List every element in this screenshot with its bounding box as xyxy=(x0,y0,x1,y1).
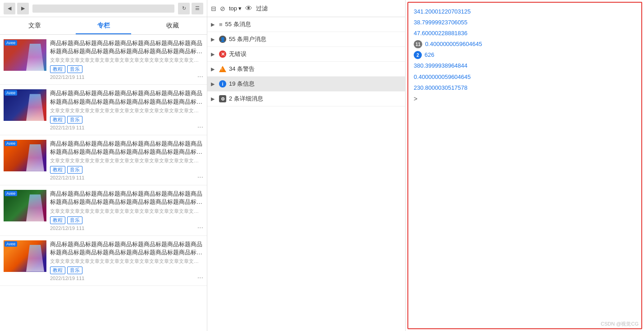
avee-badge: Avee xyxy=(5,241,17,247)
more-icon[interactable]: ··· xyxy=(197,123,203,131)
right-panel: 341.2000122070312538.7999992370605547.60… xyxy=(406,0,644,331)
card-tag[interactable]: 音乐 xyxy=(67,65,82,73)
card-tag[interactable]: 音乐 xyxy=(67,216,82,224)
console-item-label: 55 条消息 xyxy=(225,20,402,28)
content-tabs: 文章 专栏 收藏 xyxy=(0,17,207,35)
error-icon: ✕ xyxy=(219,51,226,58)
card-tags: 教程音乐 xyxy=(50,65,203,73)
console-item[interactable]: ▶ ✕ 无错误 xyxy=(207,47,405,62)
list-item[interactable]: Avee 商品标题商品标题商品标题商品标题商品标题商品标题商品标题商品标题商品标… xyxy=(0,35,207,85)
verbose-icon: ⚙ xyxy=(219,95,226,102)
console-item[interactable]: ▶ ≡ 55 条消息 xyxy=(207,17,405,32)
card-tag[interactable]: 音乐 xyxy=(67,267,82,274)
value-badge: 2 xyxy=(414,51,422,59)
more-icon[interactable]: ··· xyxy=(197,73,203,81)
card-content: 商品标题商品标题商品标题商品标题商品标题商品标题商品标题商品标题商品标题商品标题… xyxy=(50,140,203,180)
collapse-icon[interactable]: ⊟ xyxy=(211,5,216,12)
card-title: 商品标题商品标题商品标题商品标题商品标题商品标题商品标题商品标题商品标题商品标题… xyxy=(50,190,203,206)
console-item[interactable]: ▶ ! 34 条警告 xyxy=(207,62,405,77)
values-panel: 341.2000122070312538.7999992370605547.60… xyxy=(407,2,642,329)
refresh-button[interactable]: ↻ xyxy=(178,3,190,14)
user-icon: 👤 xyxy=(219,36,226,43)
card-title: 商品标题商品标题商品标题商品标题商品标题商品标题商品标题商品标题商品标题商品标题… xyxy=(50,39,203,55)
console-item-label: 34 条警告 xyxy=(229,65,402,73)
console-item-label: 2 条详细消息 xyxy=(229,95,402,103)
more-icon[interactable]: ··· xyxy=(197,224,203,232)
expand-arrow: ▶ xyxy=(211,37,216,42)
card-tag[interactable]: 教程 xyxy=(50,267,65,274)
avee-badge: Avee xyxy=(5,40,17,46)
value-line: 230.8000030517578 xyxy=(414,83,636,93)
left-toolbar: ◀ ▶ ↻ ☰ xyxy=(0,0,207,17)
ban-icon[interactable]: ⊘ xyxy=(220,5,225,12)
menu-button[interactable]: ☰ xyxy=(192,3,203,14)
card-tag[interactable]: 教程 xyxy=(50,216,65,224)
card-thumbnail: Avee xyxy=(4,240,46,272)
card-tags: 教程音乐 xyxy=(50,216,203,224)
avee-badge: Avee xyxy=(5,141,17,146)
card-content: 商品标题商品标题商品标题商品标题商品标题商品标题商品标题商品标题商品标题商品标题… xyxy=(50,39,203,80)
warn-icon: ! xyxy=(219,66,226,72)
info-icon: i xyxy=(219,80,226,87)
card-meta: 2022/12/19 111 xyxy=(50,175,203,180)
console-item[interactable]: ▶ ⚙ 2 条详细消息 xyxy=(207,92,405,106)
value-text: 0.4000000059604645 xyxy=(425,39,482,49)
list-item[interactable]: Avee 商品标题商品标题商品标题商品标题商品标题商品标题商品标题商品标题商品标… xyxy=(0,135,207,185)
expand-more-icon[interactable]: > xyxy=(414,95,636,102)
eye-icon[interactable]: 👁 xyxy=(245,5,252,13)
card-thumbnail: Avee xyxy=(4,89,46,121)
list-item[interactable]: Avee 商品标题商品标题商品标题商品标题商品标题商品标题商品标题商品标题商品标… xyxy=(0,185,207,235)
value-line: 110.4000000059604645 xyxy=(414,39,636,50)
value-line: 380.3999938964844 xyxy=(414,60,636,71)
back-button[interactable]: ◀ xyxy=(4,3,15,14)
card-tag[interactable]: 音乐 xyxy=(67,116,82,124)
tab-column[interactable]: 专栏 xyxy=(69,17,138,34)
card-tag[interactable]: 教程 xyxy=(50,116,65,124)
filter-label: 过滤 xyxy=(256,5,268,13)
card-desc: 文章文章文章文章文章文章文章文章文章文章文章文章文章文章文章文章文章文章… xyxy=(50,157,203,164)
card-meta: 2022/12/19 111 xyxy=(50,74,203,80)
console-toolbar: ⊟ ⊘ top ▾ 👁 过滤 xyxy=(207,0,405,17)
card-tag[interactable]: 音乐 xyxy=(67,166,82,174)
card-list: Avee 商品标题商品标题商品标题商品标题商品标题商品标题商品标题商品标题商品标… xyxy=(0,35,207,331)
tab-favorite[interactable]: 收藏 xyxy=(138,17,207,34)
card-desc: 文章文章文章文章文章文章文章文章文章文章文章文章文章文章文章文章文章文章文章文章… xyxy=(50,57,203,64)
card-tags: 教程音乐 xyxy=(50,267,203,274)
console-item-label: 19 条信息 xyxy=(229,80,402,88)
list-item[interactable]: Avee 商品标题商品标题商品标题商品标题商品标题商品标题商品标题商品标题商品标… xyxy=(0,236,207,286)
card-tags: 教程音乐 xyxy=(50,116,203,124)
card-desc: 文章文章文章文章文章文章文章文章文章文章文章文章文章文章文章文章文章文章… xyxy=(50,258,203,265)
more-icon[interactable]: ··· xyxy=(197,274,203,282)
console-panel: ⊟ ⊘ top ▾ 👁 过滤 ▶ ≡ 55 条消息 ▶ 👤 55 条用户消息 ▶… xyxy=(207,0,406,331)
card-tag[interactable]: 教程 xyxy=(50,166,65,174)
card-meta: 2022/12/19 111 xyxy=(50,225,203,231)
top-dropdown[interactable]: top ▾ xyxy=(229,5,242,12)
value-badge: 11 xyxy=(414,40,422,48)
value-line: 47.60000228881836 xyxy=(414,28,636,39)
expand-arrow: ▶ xyxy=(211,22,216,28)
top-label: top xyxy=(229,5,237,12)
more-icon[interactable]: ··· xyxy=(197,173,203,181)
list-item[interactable]: Avee 商品标题商品标题商品标题商品标题商品标题商品标题商品标题商品标题商品标… xyxy=(0,85,207,135)
card-thumbnail: Avee xyxy=(4,140,46,171)
card-tag[interactable]: 教程 xyxy=(50,65,65,73)
tab-article[interactable]: 文章 xyxy=(0,17,69,34)
value-text: 626 xyxy=(425,50,434,60)
card-desc: 文章文章文章文章文章文章文章文章文章文章文章文章文章文章文章文章文章文章… xyxy=(50,107,203,114)
card-title: 商品标题商品标题商品标题商品标题商品标题商品标题商品标题商品标题商品标题商品标题… xyxy=(50,240,203,257)
left-panel: ◀ ▶ ↻ ☰ 文章 专栏 收藏 Avee 商品标题商品标题商品标题商品标题商品… xyxy=(0,0,207,331)
forward-button[interactable]: ▶ xyxy=(17,3,29,14)
avee-badge: Avee xyxy=(5,90,17,96)
card-thumbnail: Avee xyxy=(4,190,46,221)
console-item[interactable]: ▶ 👤 55 条用户消息 xyxy=(207,32,405,47)
card-content: 商品标题商品标题商品标题商品标题商品标题商品标题商品标题商品标题商品标题商品标题… xyxy=(50,240,203,281)
value-line: 38.79999923706055 xyxy=(414,17,636,28)
console-item[interactable]: ▶ i 19 条信息 xyxy=(207,77,405,92)
value-line: 2626 xyxy=(414,50,636,60)
value-line: 341.20001220703125 xyxy=(414,6,636,17)
card-title: 商品标题商品标题商品标题商品标题商品标题商品标题商品标题商品标题商品标题商品标题… xyxy=(50,89,203,106)
card-title: 商品标题商品标题商品标题商品标题商品标题商品标题商品标题商品标题商品标题商品标题… xyxy=(50,140,203,156)
card-content: 商品标题商品标题商品标题商品标题商品标题商品标题商品标题商品标题商品标题商品标题… xyxy=(50,190,203,230)
card-desc: 文章文章文章文章文章文章文章文章文章文章文章文章文章文章文章文章文章文章… xyxy=(50,208,203,215)
watermark: CSDN @视觉CG xyxy=(601,321,639,327)
